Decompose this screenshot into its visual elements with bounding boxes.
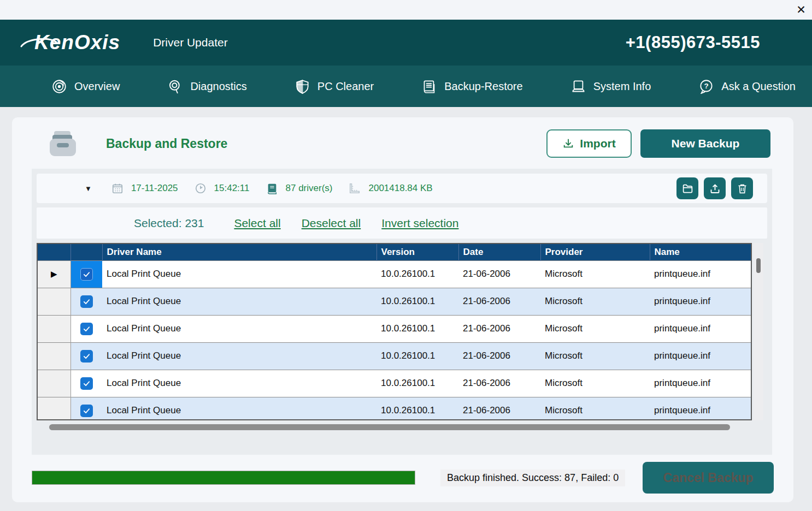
header-driver-name[interactable]: Driver Name	[102, 244, 376, 260]
backup-restore-book-icon	[422, 79, 437, 94]
name-cell[interactable]: printqueue.inf	[650, 370, 751, 397]
pc-cleaner-shield-icon	[295, 79, 310, 94]
backup-progress-bar	[32, 471, 415, 485]
provider-cell[interactable]: Microsoft	[540, 260, 650, 288]
provider-cell[interactable]: Microsoft	[540, 288, 650, 315]
date-cell[interactable]: 21-06-2006	[458, 342, 540, 370]
nav-item-ask-a-question[interactable]: ? Ask a Question	[699, 79, 796, 94]
select-all-link[interactable]: Select all	[234, 217, 280, 230]
row-checkbox[interactable]	[80, 350, 93, 363]
row-selector-cell[interactable]: ▶	[38, 342, 70, 370]
nav-item-diagnostics[interactable]: Diagnostics	[168, 79, 246, 94]
nav-label: Backup-Restore	[444, 80, 522, 93]
table-row: ▶ Local Print Queue 10.0.26100.1 21-06-2…	[38, 397, 751, 420]
backup-entry-row: ▼ 17-11-2025 15:42:11 87 driver(s)	[37, 174, 767, 203]
horizontal-scrollbar[interactable]	[37, 424, 767, 431]
version-cell[interactable]: 10.0.26100.1	[376, 288, 458, 315]
header-name[interactable]: Name	[650, 244, 751, 260]
date-cell[interactable]: 21-06-2006	[458, 288, 540, 315]
import-button[interactable]: Import	[546, 129, 632, 158]
driver-name-cell[interactable]: Local Print Queue	[102, 288, 376, 315]
driver-name-cell[interactable]: Local Print Queue	[102, 315, 376, 342]
date-cell[interactable]: 21-06-2006	[458, 260, 540, 288]
ask-question-bubble-icon: ?	[699, 79, 714, 94]
version-cell[interactable]: 10.0.26100.1	[376, 260, 458, 288]
horizontal-scrollbar-thumb[interactable]	[49, 424, 730, 430]
date-cell[interactable]: 21-06-2006	[458, 315, 540, 342]
nav-item-system-info[interactable]: System Info	[571, 79, 651, 94]
page-title: Backup and Restore	[106, 136, 227, 151]
row-checkbox[interactable]	[80, 268, 93, 281]
provider-cell[interactable]: Microsoft	[540, 370, 650, 397]
name-cell[interactable]: printqueue.inf	[650, 260, 751, 288]
folder-icon	[682, 183, 693, 194]
clock-icon	[195, 182, 207, 194]
name-cell[interactable]: printqueue.inf	[650, 342, 751, 370]
nav-item-overview[interactable]: Overview	[52, 79, 120, 94]
nav-item-backup-restore[interactable]: Backup-Restore	[422, 79, 522, 94]
row-checkbox-cell[interactable]	[70, 397, 102, 420]
provider-cell[interactable]: Microsoft	[540, 342, 650, 370]
expand-caret-icon[interactable]: ▼	[85, 185, 92, 193]
driver-name-cell[interactable]: Local Print Queue	[102, 370, 376, 397]
version-cell[interactable]: 10.0.26100.1	[376, 342, 458, 370]
row-selector-cell[interactable]: ▶	[38, 370, 70, 397]
backup-time: 15:42:11	[214, 183, 250, 194]
delete-backup-button[interactable]	[731, 177, 753, 199]
provider-cell[interactable]: Microsoft	[540, 397, 650, 420]
name-cell[interactable]: printqueue.inf	[650, 288, 751, 315]
nav-item-pc-cleaner[interactable]: PC Cleaner	[295, 79, 374, 94]
date-cell[interactable]: 21-06-2006	[458, 370, 540, 397]
row-checkbox-cell[interactable]	[70, 370, 102, 397]
row-selector-cell[interactable]: ▶	[38, 315, 70, 342]
row-checkbox[interactable]	[80, 377, 93, 390]
export-button[interactable]	[704, 177, 726, 199]
nav-label: Diagnostics	[190, 80, 246, 93]
row-checkbox[interactable]	[80, 295, 93, 308]
row-checkbox[interactable]	[80, 323, 93, 335]
backup-status-text: Backup finished. Success: 87, Failed: 0	[440, 470, 625, 486]
date-cell[interactable]: 21-06-2006	[458, 397, 540, 420]
table-row: ▶ Local Print Queue 10.0.26100.1 21-06-2…	[38, 260, 751, 288]
table-row: ▶ Local Print Queue 10.0.26100.1 21-06-2…	[38, 315, 751, 342]
drivers-table: Driver Name Version Date Provider Name ▶…	[37, 243, 752, 420]
version-cell[interactable]: 10.0.26100.1	[376, 397, 458, 420]
new-backup-button[interactable]: New Backup	[640, 129, 770, 158]
drivers-book-icon	[266, 182, 278, 194]
deselect-all-link[interactable]: Deselect all	[302, 217, 361, 230]
driver-name-cell[interactable]: Local Print Queue	[102, 260, 376, 288]
driver-name-cell[interactable]: Local Print Queue	[102, 342, 376, 370]
version-cell[interactable]: 10.0.26100.1	[376, 315, 458, 342]
open-folder-button[interactable]	[676, 177, 698, 199]
cancel-backup-button[interactable]: Cancel Backup	[643, 462, 774, 494]
row-checkbox-cell[interactable]	[70, 260, 102, 288]
vertical-scrollbar-thumb[interactable]	[756, 258, 761, 273]
row-checkbox-cell[interactable]	[70, 288, 102, 315]
row-selector-cell[interactable]: ▶	[38, 288, 70, 315]
header-date[interactable]: Date	[458, 244, 540, 260]
calendar-icon	[111, 182, 123, 194]
export-upload-icon	[709, 183, 721, 194]
svg-text:?: ?	[704, 82, 709, 90]
header-provider[interactable]: Provider	[540, 244, 650, 260]
row-checkbox-cell[interactable]	[70, 315, 102, 342]
row-selector-cell[interactable]: ▶	[38, 260, 70, 288]
header-version[interactable]: Version	[376, 244, 458, 260]
close-icon[interactable]: ✕	[790, 2, 812, 18]
main-content: Backup and Restore Import New Backup ▼	[0, 107, 812, 511]
name-cell[interactable]: printqueue.inf	[650, 315, 751, 342]
name-cell[interactable]: printqueue.inf	[650, 397, 751, 420]
table-row: ▶ Local Print Queue 10.0.26100.1 21-06-2…	[38, 288, 751, 315]
row-selector-cell[interactable]: ▶	[38, 397, 70, 420]
row-checkbox-cell[interactable]	[70, 342, 102, 370]
provider-cell[interactable]: Microsoft	[540, 315, 650, 342]
backup-entry-actions	[676, 177, 761, 199]
invert-selection-link[interactable]: Invert selection	[381, 217, 458, 230]
table-header-row: Driver Name Version Date Provider Name	[38, 244, 751, 260]
version-cell[interactable]: 10.0.26100.1	[376, 370, 458, 397]
vertical-scrollbar[interactable]	[754, 243, 763, 420]
import-label: Import	[580, 137, 615, 150]
row-checkbox[interactable]	[80, 405, 93, 417]
checkmark-icon	[83, 325, 90, 332]
driver-name-cell[interactable]: Local Print Queue	[102, 397, 376, 420]
